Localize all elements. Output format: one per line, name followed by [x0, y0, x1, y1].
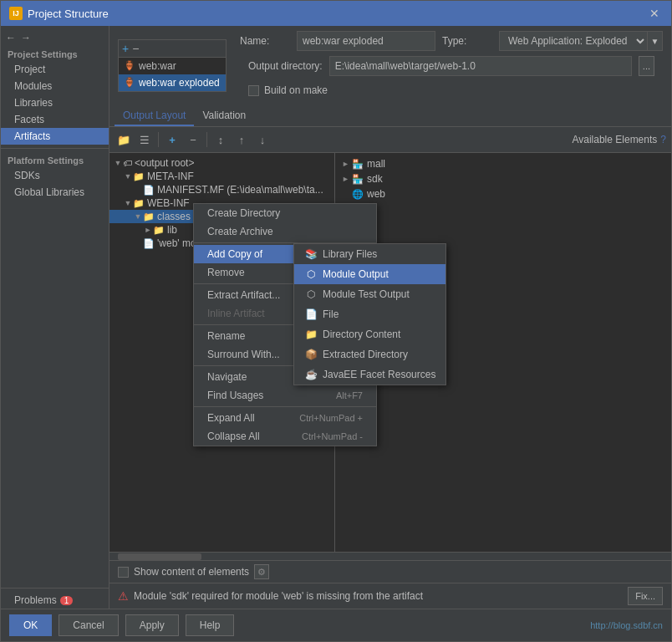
- apply-button[interactable]: Apply: [125, 614, 179, 636]
- ok-button[interactable]: OK: [9, 614, 52, 636]
- war-icon: 🏺: [124, 60, 135, 71]
- help-icon[interactable]: ?: [660, 134, 666, 145]
- artifact-item-war[interactable]: 🏺 web:war: [119, 58, 226, 74]
- show-content-label: Show content of elements: [134, 566, 249, 578]
- toolbar-sep-1: [158, 132, 159, 147]
- type-dropdown-arrow[interactable]: ▼: [648, 31, 663, 51]
- artifact-body: ▼ 🏷 <output root> ▼ 📁 META-INF 📄 MANIFES…: [109, 153, 671, 552]
- sidebar-item-artifacts[interactable]: Artifacts: [1, 128, 109, 145]
- dialog-footer: OK Cancel Apply Help http://blog.sdbf.cn: [1, 609, 671, 641]
- title-bar: IJ Project Structure ✕: [1, 1, 671, 26]
- tree-item-output-root[interactable]: ▼ 🏷 <output root>: [109, 156, 334, 170]
- module-test-output-icon: ⬡: [304, 288, 318, 301]
- build-on-make-checkbox[interactable]: [248, 85, 259, 96]
- toolbar-add-button[interactable]: +: [163, 130, 181, 149]
- submenu-item-directory-content[interactable]: 📁 Directory Content: [294, 324, 445, 344]
- submenu-item-extracted-directory[interactable]: 📦 Extracted Directory: [294, 344, 445, 364]
- close-button[interactable]: ✕: [646, 5, 663, 22]
- folder-icon-meta-inf: 📁: [133, 171, 145, 182]
- toolbar-up-button[interactable]: ↑: [232, 130, 251, 149]
- type-select[interactable]: Web Application: Exploded: [499, 31, 648, 51]
- name-field-row: Name: Type: Web Application: Exploded ▼: [240, 31, 663, 51]
- submenu-item-file[interactable]: 📄 File: [294, 304, 445, 324]
- submenu-item-module-output[interactable]: ⬡ Module Output: [294, 264, 445, 284]
- artifact-add-button[interactable]: +: [122, 42, 129, 55]
- avail-item-web[interactable]: 🌐 web: [335, 186, 671, 201]
- horizontal-scrollbar[interactable]: [109, 552, 671, 560]
- tree-arrow-web-inf: ▼: [123, 199, 133, 207]
- ctx-item-expand-all[interactable]: Expand All Ctrl+NumPad +: [194, 409, 376, 427]
- javaee-facet-icon: ☕: [304, 368, 318, 381]
- toolbar-folder-button[interactable]: 📁: [115, 130, 133, 149]
- cancel-button[interactable]: Cancel: [59, 614, 118, 636]
- artifact-remove-button[interactable]: −: [132, 42, 139, 55]
- sidebar-divider: [1, 148, 109, 149]
- error-bar: ⚠ Module 'sdk' required for module 'web'…: [109, 583, 671, 609]
- artifact-list-panel: + − 🏺 web:war 🏺 web:war exploded: [118, 39, 227, 92]
- output-root-icon: 🏷: [123, 158, 132, 168]
- library-files-icon: 📚: [304, 247, 318, 261]
- folder-icon-web-inf: 📁: [133, 198, 145, 209]
- tree-arrow-classes: ▼: [133, 212, 143, 221]
- submenu-item-module-test-output[interactable]: ⬡ Module Test Output: [294, 284, 445, 304]
- tab-validation[interactable]: Validation: [194, 106, 254, 126]
- sidebar: ← → Project Settings Project Modules Lib…: [1, 26, 109, 609]
- ctx-item-create-archive[interactable]: Create Archive: [194, 222, 376, 241]
- sidebar-item-libraries[interactable]: Libraries: [1, 94, 109, 111]
- nav-forward-button[interactable]: →: [19, 31, 33, 44]
- available-elements-label: Available Elements ?: [572, 134, 666, 145]
- problems-badge: 1: [60, 596, 74, 605]
- submenu-item-javaee-facet-resources[interactable]: ☕ JavaEE Facet Resources: [294, 364, 445, 385]
- submenu-item-library-files[interactable]: 📚 Library Files: [294, 244, 445, 264]
- name-type-area: Name: Type: Web Application: Exploded ▼: [240, 31, 663, 99]
- ctx-item-find-usages[interactable]: Find Usages Alt+F7: [194, 386, 376, 405]
- output-dir-input[interactable]: [329, 56, 632, 76]
- gear-button[interactable]: ⚙: [254, 564, 269, 579]
- show-content-checkbox[interactable]: [118, 567, 129, 578]
- toolbar-remove-button[interactable]: −: [184, 130, 202, 149]
- name-input[interactable]: [297, 31, 435, 51]
- error-message: Module 'sdk' required for module 'web' i…: [134, 590, 623, 602]
- tree-item-manifest[interactable]: 📄 MANIFEST.MF (E:\idea\mall\web\ta...: [109, 183, 334, 196]
- tab-output-layout[interactable]: Output Layout: [115, 106, 194, 126]
- artifact-item-war-exploded[interactable]: 🏺 web:war exploded: [119, 74, 226, 91]
- project-settings-label: Project Settings: [1, 46, 109, 61]
- help-button[interactable]: Help: [186, 614, 235, 636]
- watermark: http://blog.sdbf.cn: [590, 620, 663, 630]
- sidebar-item-facets[interactable]: Facets: [1, 111, 109, 128]
- avail-item-mall[interactable]: ► 🏪 mall: [335, 156, 671, 171]
- type-label: Type:: [442, 35, 492, 47]
- tree-item-meta-inf[interactable]: ▼ 📁 META-INF: [109, 170, 334, 183]
- toolbar-sort-button[interactable]: ↕: [211, 130, 230, 149]
- sidebar-item-modules[interactable]: Modules: [1, 78, 109, 94]
- fix-button[interactable]: Fix...: [628, 587, 663, 605]
- tabs-row: Output Layout Validation: [109, 106, 671, 127]
- folder-icon-classes: 📁: [143, 211, 155, 222]
- ctx-item-collapse-all[interactable]: Collapse All Ctrl+NumPad -: [194, 427, 376, 446]
- sidebar-item-project[interactable]: Project: [1, 61, 109, 78]
- avail-arrow-mall: ►: [342, 160, 352, 168]
- sidebar-item-global-libraries[interactable]: Global Libraries: [1, 184, 109, 201]
- sidebar-divider-2: [1, 588, 109, 588]
- scrollbar-thumb[interactable]: [118, 553, 201, 560]
- module-output-icon: ⬡: [304, 268, 318, 281]
- submenu: 📚 Library Files ⬡ Module Output ⬡ Module…: [293, 243, 446, 385]
- sidebar-item-problems[interactable]: Problems 1: [1, 592, 109, 609]
- manifest-icon: 📄: [143, 185, 155, 196]
- project-structure-dialog: IJ Project Structure ✕ ← → Project Setti…: [0, 0, 672, 642]
- ctx-item-create-directory[interactable]: Create Directory: [194, 204, 376, 222]
- platform-settings-label: Platform Settings: [1, 152, 109, 167]
- extracted-directory-icon: 📦: [304, 348, 318, 361]
- avail-item-sdk[interactable]: ► 🏪 sdk: [335, 171, 671, 186]
- toolbar-list-button[interactable]: ☰: [135, 130, 154, 149]
- config-area: + − 🏺 web:war 🏺 web:war exploded: [109, 26, 671, 104]
- toolbar-down-button[interactable]: ↓: [253, 130, 272, 149]
- build-on-make-label: Build on make: [264, 84, 328, 96]
- nav-back-button[interactable]: ←: [4, 31, 18, 44]
- collapse-shortcut: Ctrl+NumPad -: [302, 431, 363, 441]
- type-select-wrapper: Web Application: Exploded ▼: [499, 31, 663, 51]
- sidebar-item-sdks[interactable]: SDKs: [1, 167, 109, 184]
- browse-button[interactable]: ...: [639, 56, 654, 76]
- title-bar-left: IJ Project Structure: [9, 7, 109, 20]
- expand-shortcut: Ctrl+NumPad +: [299, 413, 363, 423]
